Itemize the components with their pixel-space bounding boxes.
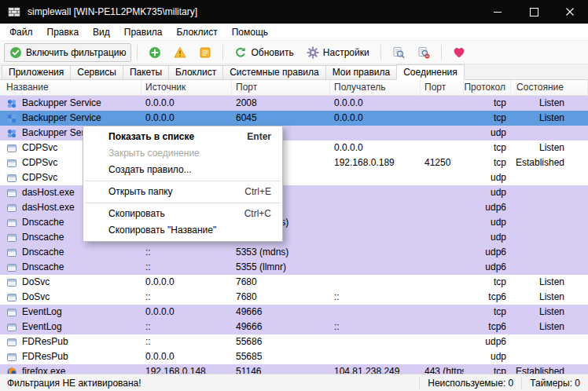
cell-remote: :: [330,320,421,334]
app-name: DoSvc [22,275,50,290]
tab-apps[interactable]: Приложения [2,65,71,79]
window-icon [6,232,17,243]
cell-protocol: tcp [464,305,511,320]
window-icon [6,292,17,303]
cell-protocol: tcp [464,364,511,374]
context-menu-item-shortcut: Ctrl+C [244,206,271,222]
backupper-icon [6,98,17,109]
app-name: Backupper Service [22,96,101,111]
tab-packages[interactable]: Пакеты [123,65,169,79]
column-header-0[interactable]: Название [0,80,141,95]
cell-remote [330,275,421,290]
cell-remote-port [421,334,464,349]
cell-protocol: tcp [464,275,511,290]
cell-state: Established [511,364,588,374]
title-bar: simplewall [WIN-PE1L2PMK735\military] [0,0,588,24]
minimize-button[interactable] [480,0,516,24]
window-icon [6,217,17,228]
tab-blocklist[interactable]: Блоклист [168,65,223,79]
table-row[interactable]: Dnscache::5353 (mdns)udp6 [0,245,588,260]
table-row[interactable]: Backupper Service0.0.0.060450.0.0.0tcpLi… [0,111,588,126]
cell-state [511,245,588,260]
cell-source: 0.0.0.0 [141,349,232,364]
table-row[interactable]: EventLog::49666::tcp6Listen [0,320,588,334]
column-header-6[interactable]: Состояние [511,80,588,95]
table-row[interactable]: FDResPub::55686udp6 [0,334,588,349]
tab-bar: ПриложенияСервисыПакетыБлоклистСистемные… [0,64,588,80]
notes-icon [199,46,211,59]
app-name: DoSvc [22,290,50,305]
table-row[interactable]: FDResPub0.0.0.055685udp [0,349,588,364]
cell-remote-port: 41250 [421,155,464,170]
cell-remote [330,334,421,349]
cell-remote-port [421,170,464,185]
column-header-3[interactable]: Получатель [330,80,421,95]
tab-services[interactable]: Сервисы [70,65,123,79]
log-button[interactable] [193,43,217,62]
menu-separator [85,181,281,181]
toolbar-separator [380,45,381,60]
menu-edit[interactable]: Правка [40,24,86,41]
menu-file[interactable]: Файл [2,24,40,41]
cell-remote-port [421,185,464,200]
column-header-1[interactable]: Источник [141,80,232,95]
context-menu-item[interactable]: Открыть папкуCtrl+E [83,184,282,200]
refresh-button[interactable]: Обновить [229,43,299,62]
cell-protocol: udp [464,170,511,185]
context-menu-item-shortcut: Enter [247,129,271,145]
enable-filtering-button-label: Включить фильтрацию [26,47,126,58]
column-header-4[interactable]: Порт [421,80,464,95]
add-button[interactable] [143,43,167,62]
menu-rules[interactable]: Правила [117,24,170,41]
window-icon [6,247,17,258]
cell-remote-port [421,141,464,155]
cell-local-port: 49666 [232,320,330,334]
cell-remote-port [421,230,464,245]
settings-button[interactable]: Настройки [301,43,375,62]
app-window: simplewall [WIN-PE1L2PMK735\military] Фа… [0,0,588,391]
maximize-button[interactable] [516,0,552,24]
tab-user-rules[interactable]: Мои правила [325,65,397,79]
search-button[interactable] [387,43,410,62]
column-header-5[interactable]: Протокол [464,80,511,95]
cell-local-port: 5353 (mdns) [232,245,330,260]
table-row[interactable]: Backupper Service0.0.0.020080.0.0.0tcpLi… [0,96,588,111]
cell-state: Listen [511,96,588,111]
donate-button[interactable] [447,43,471,62]
cell-protocol: udp6 [464,245,511,260]
search-remove-button[interactable] [412,43,435,62]
window-icon [6,277,17,288]
context-menu-item[interactable]: Показать в спискеEnter [83,129,282,145]
context-menu-item[interactable]: Скопировать "Название" [83,222,282,239]
context-menu-item[interactable]: СкопироватьCtrl+C [83,206,282,222]
window-icon [6,173,17,184]
table-row[interactable]: EventLog0.0.0.049666tcpListen [0,305,588,320]
app-name: dasHost.exe [22,185,75,200]
table-row[interactable]: firefox.exe192.168.0.14851146104.81.238.… [0,364,588,374]
settings-button-label: Настройки [323,47,369,58]
cell-name: Backupper Service [0,96,141,111]
menu-view[interactable]: Вид [86,24,117,41]
menu-help[interactable]: Помощь [225,24,275,41]
cell-protocol: udp [464,215,511,230]
enable-filtering-button[interactable]: Включить фильтрацию [4,43,131,62]
tab-connections[interactable]: Соединения [396,64,465,80]
table-row[interactable]: DoSvc::7680::tcp6Listen [0,290,588,305]
app-name: EventLog [22,320,62,334]
table-row[interactable]: Dnscache::5355 (llmnr)udp6 [0,260,588,275]
menu-blocklist[interactable]: Блоклист [170,24,225,41]
close-button[interactable] [552,0,588,24]
app-name: Dnscache [22,245,64,260]
app-name: firefox.exe [22,364,65,374]
cell-local-port: 7680 [232,275,330,290]
table-row[interactable]: DoSvc0.0.0.07680tcpListen [0,275,588,290]
cell-state: Established [511,155,588,170]
context-menu-item-label: Скопировать [108,206,232,222]
cell-state [511,185,588,200]
column-header-2[interactable]: Порт [232,80,330,95]
cell-name: Backupper Service [0,111,141,126]
warnings-button[interactable] [168,43,192,62]
cell-remote [330,260,421,275]
tab-system-rules[interactable]: Системные правила [222,65,326,79]
context-menu-item[interactable]: Создать правило... [83,162,282,178]
